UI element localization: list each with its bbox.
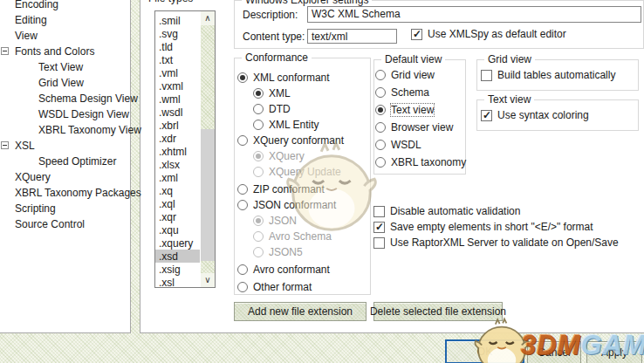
syntax-coloring-checkbox-row[interactable]: Use syntax coloring [481,109,589,121]
radio-icon[interactable] [375,122,386,133]
radio-option[interactable]: Avro Schema [236,229,369,244]
tree-item[interactable]: Grid View [0,75,128,91]
radio-icon[interactable] [253,216,264,226]
file-type-item[interactable]: .xsl [155,276,200,289]
apply-button[interactable]: Apply [586,341,642,363]
ok-button[interactable]: OK [445,339,524,363]
checkbox-icon[interactable] [481,110,492,121]
file-type-item[interactable]: .txt [155,53,200,66]
radio-icon[interactable] [237,135,248,146]
tree-item[interactable]: XBRL Taxonomy Packages [0,185,128,201]
default-editor-checkbox-row[interactable]: Use XMLSpy as default editor [411,28,566,40]
radio-option[interactable]: Avro conformant [236,262,369,277]
radio-icon[interactable] [375,70,386,80]
tree-item[interactable]: Scripting [0,201,128,216]
tree-item[interactable]: Speed Optimizer [0,154,128,169]
file-type-item[interactable]: .xq [155,184,200,197]
radio-option[interactable]: XQuery [236,148,369,164]
file-type-item[interactable]: .xquery [155,236,200,250]
file-type-item[interactable]: .vxml [155,79,200,92]
scroll-up-icon[interactable]: ∧ [201,11,215,25]
radio-option[interactable]: XQuery conformant [236,133,369,148]
file-type-item[interactable]: .xsd [155,250,200,263]
file-type-item[interactable]: .svg [155,27,200,40]
tree-item[interactable]: Schema Design View [0,91,128,106]
radio-icon[interactable] [253,231,264,242]
tree-item[interactable]: WSDL Design View [0,106,128,122]
radio-option[interactable]: DTD [236,101,369,117]
tree-item[interactable]: Source Control [0,216,128,232]
radio-option[interactable]: XML conformant [236,70,369,86]
collapse-minus-icon[interactable] [1,141,9,149]
radio-icon[interactable] [375,87,386,98]
file-type-item[interactable]: .tld [155,40,200,53]
radio-option[interactable]: XML Entity [236,117,369,133]
radio-option[interactable]: Grid view [375,66,464,84]
delete-file-extension-button[interactable]: Delete selected file extension [373,302,503,321]
radio-option[interactable]: Schema [375,84,464,101]
scrollbar-thumb[interactable] [201,129,215,261]
radio-icon[interactable] [237,184,248,195]
file-type-item[interactable]: .xlsx [155,158,200,171]
radio-option[interactable]: XBRL taxonomy [375,154,464,171]
checkbox-option[interactable]: Use RaptorXML Server to validate on Open… [373,235,644,250]
radio-icon[interactable] [253,151,264,161]
tree-item[interactable]: Fonts and Colors [0,44,128,59]
checkbox-icon[interactable] [373,206,385,217]
radio-icon[interactable] [237,282,248,292]
file-type-item[interactable]: .wsdl [155,106,200,119]
checkbox-icon[interactable] [481,70,492,81]
radio-option[interactable]: XML [236,86,369,101]
radio-option[interactable]: ZIP conformant [236,182,369,197]
file-type-item[interactable]: .xhtml [155,145,200,158]
file-type-item[interactable]: .xqr [155,210,200,223]
checkbox-option[interactable]: Save empty elements in short "<E/>" form… [373,219,644,235]
content-type-input[interactable]: text/xml [307,29,397,44]
radio-icon[interactable] [237,200,248,210]
checkbox-option[interactable]: Disable automatic validation [373,203,644,219]
radio-icon[interactable] [253,88,264,99]
file-type-item[interactable]: .smil [155,14,200,27]
tree-item[interactable]: Editing [0,12,128,28]
tree-item[interactable]: XBRL Taxonomy View [0,122,128,138]
tree-item[interactable]: View [0,28,128,44]
radio-option[interactable]: JSON5 [236,244,369,260]
radio-option[interactable]: Text view [375,101,464,119]
file-type-item[interactable]: .xqu [155,223,200,236]
file-type-item[interactable]: .xdr [155,132,200,145]
file-type-item[interactable]: .xsig [155,263,200,276]
add-file-extension-button[interactable]: Add new file extension [234,302,367,321]
file-type-item[interactable]: .vml [155,66,200,79]
tree-item[interactable]: XSL [0,138,128,154]
description-input[interactable]: W3C XML Schema [307,6,641,23]
tree-item[interactable]: Text View [0,59,128,75]
build-tables-checkbox-row[interactable]: Build tables automatically [481,69,615,81]
file-type-item[interactable]: .wml [155,92,200,106]
tree-item[interactable]: XQuery [0,169,128,185]
checkbox-icon[interactable] [373,237,385,249]
radio-icon[interactable] [253,167,264,177]
file-type-item[interactable]: .xbrl [155,119,200,132]
radio-option[interactable]: Browser view [375,119,464,136]
cancel-button[interactable]: Cancel [527,341,581,363]
scroll-down-icon[interactable]: ∨ [201,273,215,287]
file-type-item[interactable]: .xql [155,197,200,210]
tree-item[interactable]: Encoding [0,0,128,12]
radio-option[interactable]: JSON [236,213,369,229]
radio-option[interactable]: JSON conformant [236,197,369,213]
radio-icon[interactable] [237,264,248,275]
checkbox-icon[interactable] [411,29,422,40]
radio-icon[interactable] [375,105,386,115]
radio-option[interactable]: Other format [236,279,369,295]
radio-icon[interactable] [375,140,386,150]
checkbox-icon[interactable] [373,222,385,233]
radio-icon[interactable] [237,72,248,83]
file-types-scrollbar[interactable]: ∧ ∨ [201,11,215,287]
collapse-minus-icon[interactable] [1,47,9,55]
radio-icon[interactable] [253,120,264,130]
radio-icon[interactable] [253,247,264,257]
radio-icon[interactable] [253,104,264,114]
file-type-item[interactable]: .xml [155,171,200,184]
radio-icon[interactable] [375,157,386,168]
radio-option[interactable]: WSDL [375,136,464,154]
